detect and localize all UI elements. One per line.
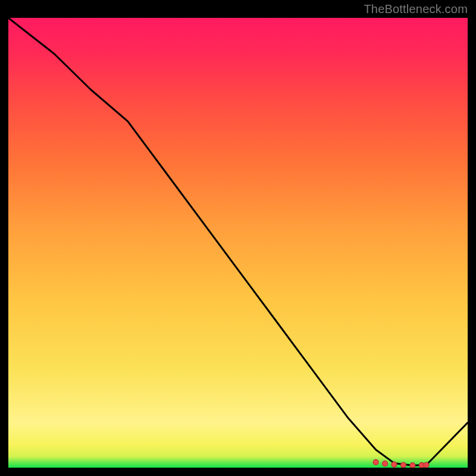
optimal-marker bbox=[410, 463, 415, 468]
optimal-range-markers bbox=[373, 459, 429, 468]
watermark-text: TheBottleneck.com bbox=[364, 2, 468, 16]
optimal-marker bbox=[424, 462, 429, 468]
plot-svg bbox=[8, 18, 468, 468]
series-curve bbox=[8, 18, 468, 465]
plot-area bbox=[8, 18, 468, 468]
chart-stage: TheBottleneck.com bbox=[0, 0, 476, 476]
optimal-marker bbox=[400, 462, 406, 468]
optimal-marker bbox=[383, 461, 388, 466]
optimal-marker bbox=[373, 459, 378, 465]
optimal-marker bbox=[392, 462, 397, 467]
